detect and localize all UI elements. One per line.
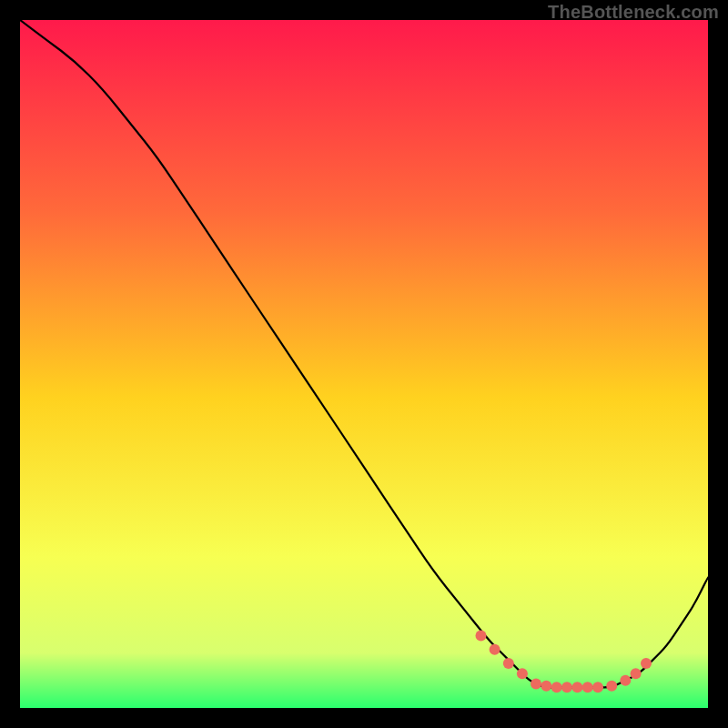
marker-point — [551, 682, 562, 693]
marker-point — [476, 631, 487, 642]
marker-point — [571, 682, 582, 693]
marker-point — [503, 658, 514, 669]
bottleneck-chart — [20, 20, 708, 708]
marker-point — [561, 682, 572, 693]
marker-point — [620, 675, 631, 686]
marker-point — [517, 668, 528, 679]
gradient-background — [20, 20, 708, 708]
marker-point — [541, 681, 551, 692]
marker-point — [641, 658, 652, 669]
marker-point — [582, 682, 593, 693]
watermark-label: TheBottleneck.com — [548, 2, 719, 23]
marker-point — [592, 682, 603, 693]
marker-point — [606, 681, 617, 692]
marker-point — [631, 668, 642, 679]
marker-point — [490, 644, 500, 655]
marker-point — [531, 679, 541, 690]
